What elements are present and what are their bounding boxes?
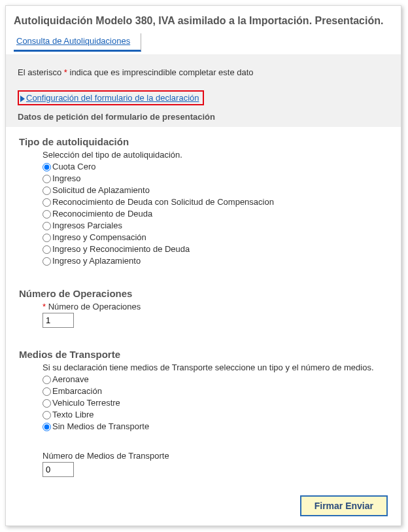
transporte-group: Si su declaración tiene medios de Transp…	[19, 363, 389, 477]
section-label: Datos de petición del formulario de pres…	[18, 112, 389, 122]
autoliq-radio[interactable]	[42, 186, 51, 195]
autoliq-group: Selección del tipo de autoliquidación. C…	[19, 150, 389, 267]
numops-input[interactable]	[42, 313, 74, 328]
transporte-option-label: Texto Libre	[52, 409, 94, 421]
transporte-heading: Medios de Transporte	[19, 349, 389, 360]
autoliq-option[interactable]: Ingreso	[42, 173, 389, 185]
transporte-option[interactable]: Texto Libre	[42, 409, 389, 421]
transporte-radio[interactable]	[42, 399, 51, 408]
grey-info-area: El asterisco * indica que es imprescindi…	[6, 54, 401, 127]
transporte-option[interactable]: Embarcación	[42, 385, 389, 397]
transporte-option-label: Vehiculo Terrestre	[52, 397, 120, 409]
numops-heading: Número de Operaciones	[19, 288, 389, 299]
autoliq-radio[interactable]	[42, 257, 51, 266]
autoliq-radio[interactable]	[42, 234, 51, 242]
autoliq-option-label: Reconocimiento de Deuda con Solicitud de…	[52, 196, 274, 208]
autoliq-option[interactable]: Ingresos Parciales	[42, 220, 389, 232]
autoliq-radio[interactable]	[42, 222, 51, 230]
submit-button[interactable]: Firmar Enviar	[300, 495, 388, 516]
page-title: Autoliquidación Modelo 380, IVA asimilad…	[6, 6, 401, 33]
autoliq-option-label: Ingreso y Reconocimiento de Deuda	[52, 243, 190, 255]
transporte-helper: Si su declaración tiene medios de Transp…	[42, 363, 389, 372]
transporte-option-label: Aeronave	[52, 374, 89, 385]
autoliq-radio[interactable]	[42, 245, 51, 254]
transporte-option-label: Embarcación	[52, 385, 102, 397]
autoliq-option[interactable]: Cuota Cero	[42, 161, 389, 173]
asterisk-icon: *	[42, 302, 48, 311]
autoliq-radio[interactable]	[42, 163, 51, 171]
autoliq-radio[interactable]	[42, 198, 51, 207]
transporte-radio[interactable]	[42, 376, 51, 384]
tab-consulta[interactable]: Consulta de Autoliquidaciones	[14, 33, 141, 52]
transporte-count-input[interactable]	[42, 462, 74, 477]
autoliq-option-label: Ingreso	[52, 173, 80, 185]
autoliq-option[interactable]: Reconocimiento de Deuda	[42, 208, 389, 220]
autoliq-option[interactable]: Reconocimiento de Deuda con Solicitud de…	[42, 196, 389, 208]
autoliq-option[interactable]: Solicitud de Aplazamiento	[42, 185, 389, 196]
autoliq-radio[interactable]	[42, 175, 51, 183]
form-body: Tipo de autoliquidación Selección del ti…	[6, 127, 401, 477]
numops-label: * Número de Operaciones	[42, 302, 389, 311]
tab-bar: Consulta de Autoliquidaciones	[6, 33, 401, 52]
autoliq-option-label: Solicitud de Aplazamiento	[52, 185, 150, 196]
transporte-option[interactable]: Aeronave	[42, 374, 389, 385]
autoliq-option-label: Ingreso y Compensación	[52, 232, 146, 243]
transporte-radio[interactable]	[42, 411, 51, 419]
autoliq-option[interactable]: Ingreso y Reconocimiento de Deuda	[42, 243, 389, 255]
config-link-label: Configuración del formulario de la decla…	[26, 93, 199, 103]
autoliq-helper: Selección del tipo de autoliquidación.	[42, 150, 389, 160]
autoliq-heading: Tipo de autoliquidación	[19, 136, 389, 147]
autoliq-option-label: Ingreso y Aplazamiento	[52, 255, 141, 267]
transporte-radio[interactable]	[42, 387, 51, 396]
transporte-options: AeronaveEmbarcaciónVehiculo TerrestreTex…	[42, 374, 389, 433]
required-note: El asterisco * indica que es imprescindi…	[18, 67, 389, 77]
transporte-radio[interactable]	[42, 423, 51, 431]
button-row: Firmar Enviar	[6, 477, 401, 516]
config-link-wrap: Configuración del formulario de la decla…	[18, 90, 389, 105]
numops-group: * Número de Operaciones	[19, 302, 389, 328]
required-prefix: El asterisco	[18, 67, 64, 77]
config-form-link[interactable]: Configuración del formulario de la decla…	[18, 90, 204, 105]
autoliq-radio[interactable]	[42, 210, 51, 219]
transporte-option-label: Sin Medios de Transporte	[52, 421, 149, 433]
transporte-option[interactable]: Sin Medios de Transporte	[42, 421, 389, 433]
transporte-option[interactable]: Vehiculo Terrestre	[42, 397, 389, 409]
caret-right-icon	[20, 96, 25, 102]
autoliq-option-label: Reconocimiento de Deuda	[52, 208, 152, 220]
form-panel: Autoliquidación Modelo 380, IVA asimilad…	[5, 5, 401, 526]
numops-label-text: Número de Operaciones	[48, 302, 141, 311]
autoliq-option-label: Cuota Cero	[52, 161, 95, 173]
autoliq-option-label: Ingresos Parciales	[52, 220, 122, 232]
autoliq-option[interactable]: Ingreso y Compensación	[42, 232, 389, 243]
autoliq-options: Cuota CeroIngresoSolicitud de Aplazamien…	[42, 161, 389, 267]
transporte-count-label: Número de Medios de Transporte	[42, 451, 389, 461]
autoliq-option[interactable]: Ingreso y Aplazamiento	[42, 255, 389, 267]
required-suffix: indica que es imprescindible completar e…	[67, 67, 254, 77]
